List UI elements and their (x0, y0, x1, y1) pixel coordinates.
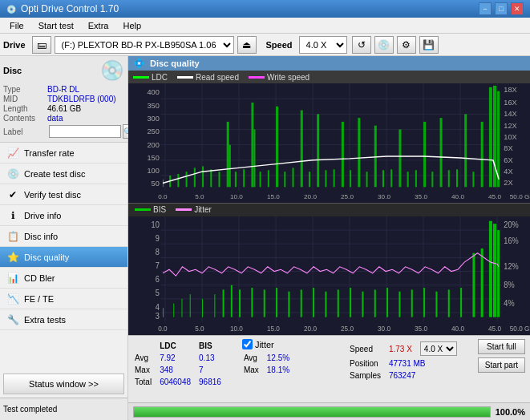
eject-button[interactable]: ⏏ (237, 36, 257, 54)
fe-te-icon: 📉 (6, 293, 19, 305)
bis-legend-item: BIS (135, 205, 166, 214)
nav-transfer-rate-label: Transfer rate (24, 148, 75, 158)
nav-verify-test-disc[interactable]: ✔ Verify test disc (0, 184, 127, 205)
svg-text:5.0: 5.0 (195, 324, 204, 333)
bis-header: BIS (199, 341, 228, 351)
jitter-check-label: Jitter (255, 340, 274, 349)
svg-rect-51 (423, 122, 426, 187)
svg-rect-109 (173, 303, 174, 317)
disc-quality-icon: ⭐ (6, 252, 19, 263)
nav-create-test-disc[interactable]: 💿 Create test disc (0, 164, 127, 184)
chart-header: 💠 Disc quality (128, 56, 530, 71)
nav-disc-quality[interactable]: ⭐ Disc quality (0, 247, 127, 268)
svg-text:50.0 GB: 50.0 GB (510, 193, 530, 200)
svg-text:2X: 2X (504, 180, 512, 188)
refresh-button[interactable]: ↺ (352, 36, 371, 54)
menu-start-test[interactable]: Start test (32, 19, 80, 32)
save-btn[interactable]: 💾 (419, 36, 439, 54)
menu-extra[interactable]: Extra (82, 19, 115, 32)
minimize-button[interactable]: − (479, 2, 492, 15)
svg-rect-26 (229, 145, 231, 188)
max-label: Max (135, 365, 158, 375)
svg-rect-19 (177, 174, 179, 187)
nav-cd-bler[interactable]: 📊 CD Bler (0, 268, 127, 289)
ldc-color-swatch (133, 76, 149, 79)
svg-text:50.0 GB: 50.0 GB (510, 324, 530, 333)
menu-file[interactable]: File (3, 19, 30, 32)
jitter-table: Avg 12.5% Max 18.1% (242, 351, 297, 377)
status-window-button[interactable]: Status window >> (3, 374, 124, 394)
position-key: Position (350, 358, 387, 369)
svg-text:40.0: 40.0 (451, 324, 464, 333)
svg-text:5: 5 (156, 288, 160, 297)
svg-rect-114 (223, 289, 225, 317)
mid-key: MID (3, 95, 47, 103)
svg-text:25.0: 25.0 (341, 324, 354, 333)
svg-rect-48 (399, 129, 401, 187)
svg-rect-112 (202, 298, 203, 317)
svg-text:35.0: 35.0 (415, 193, 428, 200)
nav-fe-te[interactable]: 📉 FE / TE (0, 289, 127, 309)
svg-text:350: 350 (148, 102, 160, 110)
svg-text:6X: 6X (504, 156, 512, 164)
nav-drive-info-label: Drive info (24, 211, 61, 220)
speed-table: Speed 1.73 X 4.0 X Position 47731 MB (348, 339, 465, 382)
maximize-button[interactable]: □ (495, 2, 508, 15)
jitter-max-val: 18.1% (267, 365, 296, 375)
svg-rect-34 (284, 172, 285, 187)
app-title: Opti Drive Control 1.70 (21, 3, 119, 14)
svg-text:12%: 12% (504, 261, 519, 271)
svg-rect-24 (218, 172, 220, 187)
svg-rect-132 (435, 291, 437, 317)
svg-rect-60 (493, 86, 496, 187)
svg-text:30.0: 30.0 (378, 193, 391, 200)
drive-bar: Drive 🖴 (F:) PLEXTOR BD-R PX-LB950SA 1.0… (0, 34, 530, 56)
svg-text:4X: 4X (504, 168, 512, 176)
svg-rect-117 (251, 288, 253, 317)
svg-rect-124 (338, 289, 339, 317)
svg-text:16X: 16X (504, 99, 516, 107)
close-button[interactable]: ✕ (511, 2, 524, 15)
svg-rect-122 (313, 288, 314, 317)
svg-rect-31 (260, 172, 261, 187)
drive-icon: 🖴 (32, 36, 51, 54)
nav-extra-tests[interactable]: 🔧 Extra tests (0, 309, 127, 330)
speed-select[interactable]: 4.0 X (299, 36, 347, 54)
max-bis: 7 (199, 365, 228, 375)
svg-rect-57 (472, 172, 474, 187)
drive-select[interactable]: (F:) PLEXTOR BD-R PX-LB950SA 1.06 (55, 36, 234, 54)
nav-fe-te-label: FE / TE (24, 294, 54, 304)
chart-title: Disc quality (150, 59, 200, 68)
svg-rect-53 (440, 118, 443, 187)
label-input[interactable] (49, 125, 121, 138)
svg-text:10: 10 (152, 220, 160, 229)
nav-cd-bler-label: CD Bler (24, 273, 55, 283)
start-full-button[interactable]: Start full (478, 339, 525, 354)
speed-select-stat[interactable]: 4.0 X (420, 341, 457, 356)
svg-rect-21 (194, 168, 196, 187)
svg-text:15.0: 15.0 (267, 324, 280, 333)
svg-rect-138 (493, 224, 496, 317)
jitter-checkbox[interactable] (242, 339, 253, 349)
progress-outer (133, 406, 491, 418)
start-part-button[interactable]: Start part (478, 357, 525, 373)
top-chart-svg: 400 350 300 250 200 150 100 50 18X 16X 1… (128, 83, 530, 203)
svg-rect-90 (128, 216, 530, 336)
svg-rect-20 (186, 172, 188, 187)
menu-help[interactable]: Help (116, 19, 148, 32)
jitter-legend-item: Jitter (176, 205, 212, 214)
jitter-avg-val: 12.5% (267, 353, 296, 363)
right-stats: Speed 1.73 X 4.0 X Position 47731 MB (348, 339, 465, 382)
svg-rect-42 (350, 170, 351, 187)
nav-drive-info[interactable]: ℹ Drive info (0, 205, 127, 226)
svg-rect-52 (431, 172, 433, 187)
nav-transfer-rate[interactable]: 📈 Transfer rate (0, 143, 127, 164)
disc-title: Disc (3, 66, 22, 75)
nav-disc-info[interactable]: 📋 Disc info (0, 226, 127, 247)
svg-rect-28 (243, 169, 245, 187)
svg-rect-39 (325, 170, 326, 187)
charts-area: 400 350 300 250 200 150 100 50 18X 16X 1… (128, 83, 530, 335)
action-buttons: Start full Start part (478, 339, 525, 373)
settings-btn[interactable]: ⚙ (397, 36, 416, 54)
svg-rect-49 (407, 172, 409, 187)
